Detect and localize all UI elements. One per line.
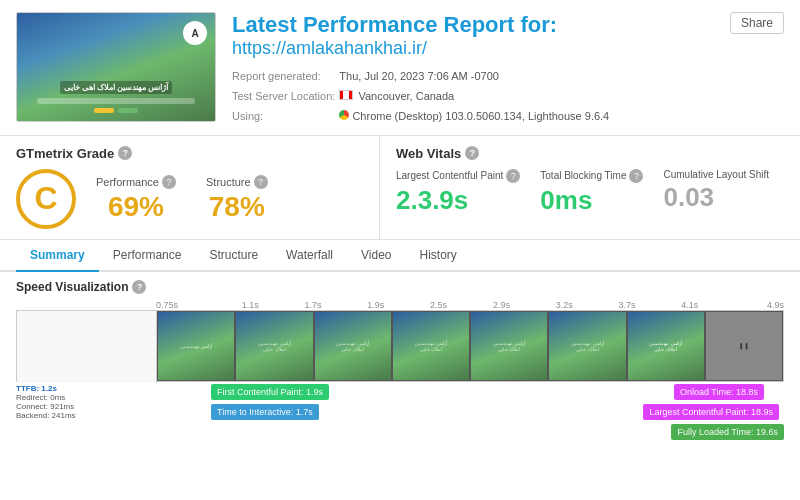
onload-bar: Onload Time: 18.8s [674,384,764,400]
thumbnail-btn-1 [94,108,114,113]
web-vitals-title-text: Web Vitals [396,146,461,161]
structure-value: 78% [206,191,268,223]
lcp-bar: Largest Contentful Paint: 18.9s [643,404,779,420]
frame-3: آژانس مهندسیناملاک خایی [314,311,392,381]
lcp-label-text: Largest Contentful Paint [396,170,503,181]
timeline-ruler: 0.75s 1.1s 1.7s 1.9s 2.5s 2.9s 3.2s 3.7s… [156,300,784,310]
structure-label-text: Structure [206,176,251,188]
tick-8: 4.1s [658,300,721,310]
tick-7: 3.7s [596,300,659,310]
fcp-bar: First Contentful Paint: 1.9s [211,384,329,400]
grades-section: GTmetrix Grade ? C Performance ? 69% Str… [0,136,800,240]
thumbnail-btns [94,108,138,113]
tbt-value: 0ms [540,185,643,216]
filmstrip-row: آژانس مهندسین آژانس مهندسیناملاک خایی آژ… [16,310,784,382]
test-server-text: Vancouver, Canada [358,90,454,102]
tick-4: 2.5s [407,300,470,310]
lcp-label: Largest Contentful Paint ? [396,169,520,183]
tab-waterfall[interactable]: Waterfall [272,240,347,272]
performance-metric: Performance ? 69% [96,175,176,223]
tab-structure[interactable]: Structure [195,240,272,272]
vitals-metrics: Largest Contentful Paint ? 2.3.9s Total … [396,169,784,216]
tbt-label-text: Total Blocking Time [540,170,626,181]
tab-history[interactable]: History [405,240,470,272]
header-info: Latest Performance Report for: https://a… [232,12,784,127]
grade-metrics: Performance ? 69% Structure ? 78% [96,175,268,223]
gtmetrix-grade-title: GTmetrix Grade ? [16,146,363,161]
speed-viz-title: Speed Visualization ? [16,280,784,294]
grade-content: C Performance ? 69% Structure ? 78% [16,169,363,229]
frame-2: آژانس مهندسیناملاک خایی [235,311,313,381]
timeline-container: 0.75s 1.1s 1.7s 1.9s 2.5s 2.9s 3.2s 3.7s… [16,300,784,462]
tabs-bar: Summary Performance Structure Waterfall … [0,240,800,272]
canada-flag-icon [339,90,353,100]
frame-8: ▐▌ [705,311,783,381]
thumbnail-text: آژانس مهندسین املاک اهی خایی [60,81,173,94]
tbt-label: Total Blocking Time ? [540,169,643,183]
performance-value: 69% [96,191,176,223]
cls-label: Cumulative Layout Shift [663,169,769,180]
tick-6: 3.2s [533,300,596,310]
frame-4: آژانس مهندسیناملاک خایی [392,311,470,381]
tti-bar: Time to Interactive: 1.7s [211,404,319,420]
chrome-icon [339,110,349,120]
lcp-help-icon[interactable]: ? [506,169,520,183]
frame-7: آژانس مهندسیناملاک خایی [627,311,705,381]
speed-viz-title-text: Speed Visualization [16,280,128,294]
share-button[interactable]: Share [730,12,784,34]
filmstrip-frames: آژانس مهندسین آژانس مهندسیناملاک خایی آژ… [157,311,783,381]
tab-performance[interactable]: Performance [99,240,196,272]
gtmetrix-grade-help-icon[interactable]: ? [118,146,132,160]
tick-9: 4.9s [721,300,784,310]
site-thumbnail: A آژانس مهندسین املاک اهی خایی [16,12,216,122]
performance-help-icon[interactable]: ? [162,175,176,189]
tbt-vital: Total Blocking Time ? 0ms [540,169,643,216]
using-value: Chrome (Desktop) 103.0.5060.134, Lightho… [339,107,613,127]
cls-vital: Cumulative Layout Shift 0.03 [663,169,769,216]
report-meta: Report generated: Thu, Jul 20, 2023 7:06… [232,67,784,126]
tick-2: 1.7s [282,300,345,310]
tbt-help-icon[interactable]: ? [629,169,643,183]
tab-summary[interactable]: Summary [16,240,99,272]
using-text: Chrome (Desktop) 103.0.5060.134, Lightho… [352,110,609,122]
report-generated-value: Thu, Jul 20, 2023 7:06 AM -0700 [339,67,613,87]
thumbnail-btn-2 [118,108,138,113]
grade-circle: C [16,169,76,229]
report-title: Latest Performance Report for: [232,12,784,38]
filmstrip-blank-left [17,311,157,383]
lcp-value: 2.3.9s [396,185,520,216]
thumbnail-bar [37,98,195,104]
performance-label-text: Performance [96,176,159,188]
gtmetrix-grade-title-text: GTmetrix Grade [16,146,114,161]
frame-6: آژانس مهندسیناملاک خایی [548,311,626,381]
tick-3: 1.9s [344,300,407,310]
using-label: Using: [232,107,339,127]
tab-video[interactable]: Video [347,240,405,272]
tick-0: 0.75s [156,300,219,310]
report-generated-label: Report generated: [232,67,339,87]
web-vitals-title: Web Vitals ? [396,146,784,161]
lcp-vital: Largest Contentful Paint ? 2.3.9s [396,169,520,216]
report-url: https://amlakahankhai.ir/ [232,38,784,59]
speed-viz-help-icon[interactable]: ? [132,280,146,294]
performance-label: Performance ? [96,175,176,189]
annotations-container: TTFB: 1.2s Redirect: 0msConnect: 921msBa… [16,382,784,462]
web-vitals-panel: Web Vitals ? Largest Contentful Paint ? … [380,136,800,239]
test-server-label: Test Server Location: [232,87,339,107]
test-server-value: Vancouver, Canada [339,87,613,107]
structure-label: Structure ? [206,175,268,189]
structure-help-icon[interactable]: ? [254,175,268,189]
fully-loaded-bar: Fully Loaded Time: 19.6s [671,424,784,440]
ttfb-info: TTFB: 1.2s Redirect: 0msConnect: 921msBa… [16,384,146,420]
cls-value: 0.03 [663,182,769,213]
frame-1: آژانس مهندسین [157,311,235,381]
header: A آژانس مهندسین املاک اهی خایی Latest Pe… [0,0,800,136]
thumbnail-logo: A [183,21,207,45]
tick-1: 1.1s [219,300,282,310]
web-vitals-help-icon[interactable]: ? [465,146,479,160]
tick-5: 2.9s [470,300,533,310]
structure-metric: Structure ? 78% [206,175,268,223]
frame-5: آژانس مهندسیناملاک خایی [470,311,548,381]
speed-visualization: Speed Visualization ? 0.75s 1.1s 1.7s 1.… [0,272,800,470]
cls-label-text: Cumulative Layout Shift [663,169,769,180]
